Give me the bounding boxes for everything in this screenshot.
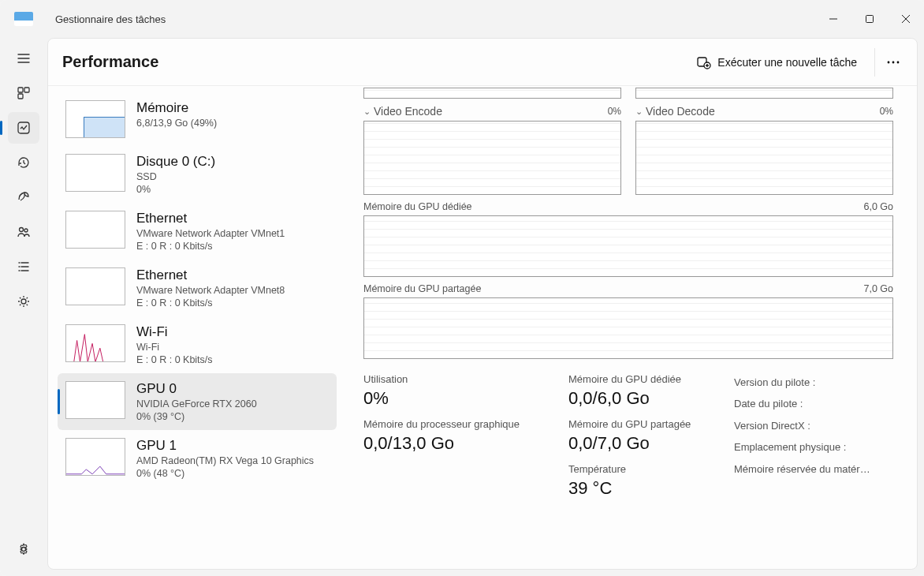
processes-nav-icon[interactable] — [8, 77, 39, 109]
sidebar-item-gpu1[interactable]: GPU 1 AMD Radeon(TM) RX Vega 10 Graphics… — [58, 430, 337, 487]
detail-panel: ⌄ Video Encode 0% ⌄ Video Decode — [340, 86, 917, 569]
sidebar-item-wifi[interactable]: Wi-Fi Wi-Fi E : 0 R : 0 Kbits/s — [58, 316, 337, 373]
gpu-stats: Utilisation 0% Mémoire du processeur gra… — [363, 373, 893, 505]
more-button[interactable] — [874, 48, 903, 77]
run-task-label: Exécuter une nouvelle tâche — [717, 56, 857, 69]
app-window: Gestionnaire des tâches Performance — [0, 0, 924, 576]
graph-top-right — [635, 88, 893, 99]
thumb-memory — [65, 100, 125, 138]
thumb-disk0 — [65, 154, 125, 192]
encode-dropdown[interactable]: ⌄ Video Encode 0% — [363, 105, 621, 118]
settings-nav-icon[interactable] — [8, 533, 39, 565]
svg-point-16 — [896, 61, 899, 63]
sidebar-item-disk0[interactable]: Disque 0 (C:) SSD 0% — [58, 146, 337, 203]
thumb-eth2 — [65, 267, 125, 305]
close-button[interactable] — [888, 6, 924, 32]
sidebar-item-ethernet1[interactable]: Ethernet VMware Network Adapter VMnet1 E… — [58, 203, 337, 260]
sidebar-item-gpu0[interactable]: GPU 0 NVIDIA GeForce RTX 2060 0% (39 °C) — [58, 373, 337, 430]
graph-dedicated-mem — [363, 215, 893, 277]
nav-rail — [0, 38, 47, 576]
svg-rect-5 — [24, 88, 29, 92]
maximize-button[interactable] — [851, 6, 888, 32]
svg-rect-4 — [18, 88, 23, 92]
thumb-wifi — [65, 324, 125, 362]
svg-point-9 — [24, 229, 28, 232]
window-title: Gestionnaire des tâches — [55, 13, 166, 25]
run-task-icon — [697, 55, 711, 69]
users-nav-icon[interactable] — [8, 216, 39, 248]
page-title: Performance — [62, 53, 158, 71]
graph-shared-mem — [363, 297, 893, 359]
app-icon — [14, 12, 33, 26]
resource-list[interactable]: Mémoire 6,8/13,9 Go (49%) Disque 0 (C:) … — [48, 86, 340, 569]
svg-point-10 — [21, 299, 26, 304]
shmem-label: Mémoire du GPU partagée — [363, 283, 481, 294]
svg-point-8 — [20, 228, 24, 232]
hamburger-button[interactable] — [8, 43, 39, 74]
performance-nav-icon[interactable] — [8, 112, 39, 144]
dedmem-label: Mémoire du GPU dédiée — [363, 201, 472, 212]
minimize-button[interactable] — [815, 6, 851, 32]
svg-rect-6 — [18, 94, 23, 99]
svg-rect-1 — [866, 16, 874, 23]
startup-nav-icon[interactable] — [8, 181, 39, 213]
svg-point-15 — [892, 61, 894, 63]
sidebar-item-ethernet2[interactable]: Ethernet VMware Network Adapter VMnet8 E… — [58, 260, 337, 316]
page-header: Performance Exécuter une nouvelle tâche — [48, 39, 917, 86]
sidebar-item-memory[interactable]: Mémoire 6,8/13,9 Go (49%) — [58, 92, 337, 146]
graph-video-encode — [363, 121, 621, 195]
services-nav-icon[interactable] — [8, 286, 39, 317]
run-task-button[interactable]: Exécuter une nouvelle tâche — [687, 50, 866, 74]
thumb-gpu0 — [65, 381, 125, 419]
shmem-max: 7,0 Go — [863, 283, 893, 294]
thumb-gpu1 — [65, 438, 125, 476]
svg-point-11 — [22, 548, 26, 552]
graph-top-left — [363, 88, 621, 99]
svg-point-14 — [887, 61, 889, 63]
decode-dropdown[interactable]: ⌄ Video Decode 0% — [635, 105, 893, 118]
graph-video-decode — [635, 121, 893, 195]
dedmem-max: 6,0 Go — [863, 201, 893, 212]
thumb-eth1 — [65, 211, 125, 249]
titlebar: Gestionnaire des tâches — [0, 0, 924, 38]
history-nav-icon[interactable] — [8, 147, 39, 178]
svg-rect-7 — [18, 122, 29, 133]
content-panel: Performance Exécuter une nouvelle tâche … — [47, 38, 918, 570]
details-nav-icon[interactable] — [8, 251, 39, 282]
chevron-down-icon: ⌄ — [635, 107, 643, 117]
chevron-down-icon: ⌄ — [363, 107, 371, 117]
